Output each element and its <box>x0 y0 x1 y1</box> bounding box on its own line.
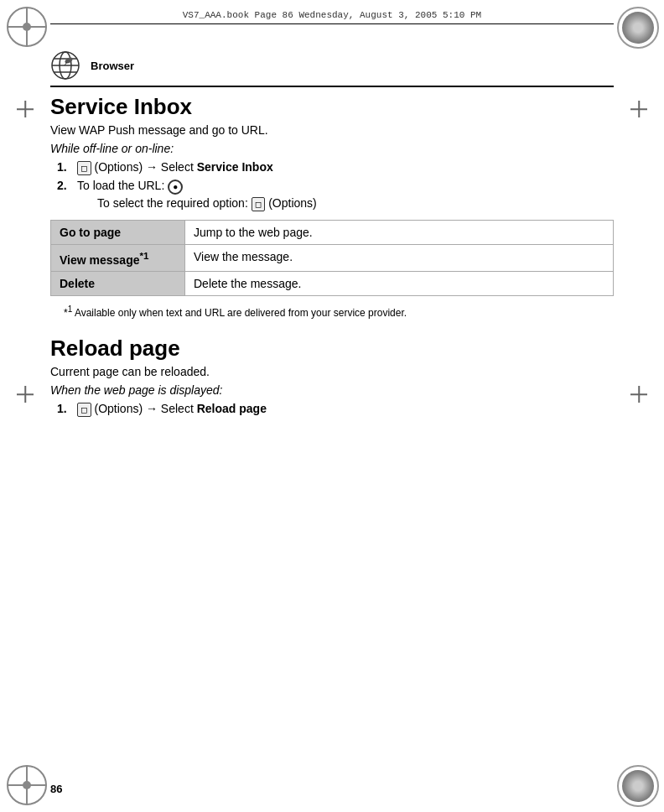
service-inbox-condition: While off-line or on-line: <box>50 142 614 155</box>
step-1-bold: Service Inbox <box>197 160 273 174</box>
table-cell-goto-desc: Jump to the web page. <box>185 220 614 244</box>
footnote-marker: *1 <box>64 307 75 319</box>
main-content: Browser Service Inbox View WAP Push mess… <box>50 50 614 762</box>
step-2-content: To load the URL: ● To select the require… <box>77 179 614 211</box>
footnote: *1 Available only when text and URL are … <box>64 304 614 319</box>
reload-step-1: 1. □ (Options) → Select Reload page <box>57 402 614 417</box>
footnote-text: Available only when text and URL are del… <box>75 307 407 319</box>
reload-step-1-prefix: (Options) → Select <box>95 402 197 415</box>
reload-page-desc: Current page can be reloaded. <box>50 365 614 378</box>
side-crosshair-left-top <box>17 101 34 117</box>
step-2: 2. To load the URL: ● To select the requ… <box>57 179 614 211</box>
side-crosshair-right-mid <box>630 386 647 403</box>
step-2-text: To load the URL: <box>77 179 168 192</box>
table-row-viewmsg: View message*1 View the message. <box>51 244 614 272</box>
corner-decoration-tl <box>7 7 47 47</box>
options-table: Go to page Jump to the web page. View me… <box>50 220 614 297</box>
reload-page-condition: When the web page is displayed: <box>50 383 614 397</box>
reload-options-key: □ <box>77 403 91 417</box>
service-inbox-desc: View WAP Push message and go to URL. <box>50 123 614 137</box>
reload-page-section: Reload page Current page can be reloaded… <box>50 336 614 417</box>
section-label: Browser <box>91 60 134 72</box>
corner-decoration-tr <box>617 7 657 47</box>
service-inbox-steps: 1. □ (Options) → Select Service Inbox 2.… <box>57 160 614 211</box>
table-cell-delete-label: Delete <box>51 272 185 296</box>
step-1-content: □ (Options) → Select Service Inbox <box>77 160 614 175</box>
table-cell-viewmsg-label: View message*1 <box>51 244 185 272</box>
side-crosshair-right-top <box>630 101 647 117</box>
step-1-prefix: (Options) → Select <box>95 160 197 174</box>
service-inbox-section: Service Inbox View WAP Push message and … <box>50 94 614 319</box>
step-2-num: 2. <box>57 179 77 192</box>
page-number: 86 <box>50 783 62 795</box>
table-cell-goto-label: Go to page <box>51 220 185 244</box>
step-2-sub: To select the required option: □ (Option… <box>97 196 614 211</box>
options-key-1: □ <box>77 161 91 175</box>
table-row-delete: Delete Delete the message. <box>51 272 614 296</box>
reload-step-1-num: 1. <box>57 402 77 415</box>
table-cell-viewmsg-desc: View the message. <box>185 244 614 272</box>
print-info-bar: VS7_AAA.book Page 86 Wednesday, August 3… <box>50 10 614 24</box>
step-1: 1. □ (Options) → Select Service Inbox <box>57 160 614 175</box>
corner-decoration-bl <box>7 765 47 805</box>
side-crosshair-left-mid <box>17 386 34 403</box>
browser-section-header: Browser <box>50 50 614 87</box>
center-key: ● <box>168 180 183 195</box>
options-key-2: □ <box>252 197 266 211</box>
reload-step-1-content: □ (Options) → Select Reload page <box>77 402 614 417</box>
service-inbox-title: Service Inbox <box>50 94 614 120</box>
reload-step-1-bold: Reload page <box>197 402 267 415</box>
step-1-num: 1. <box>57 160 77 174</box>
corner-decoration-br <box>617 765 657 805</box>
reload-page-title: Reload page <box>50 336 614 362</box>
browser-icon <box>50 50 80 81</box>
table-row-goto: Go to page Jump to the web page. <box>51 220 614 244</box>
svg-point-5 <box>64 56 74 65</box>
table-cell-delete-desc: Delete the message. <box>185 272 614 296</box>
reload-page-steps: 1. □ (Options) → Select Reload page <box>57 402 614 417</box>
